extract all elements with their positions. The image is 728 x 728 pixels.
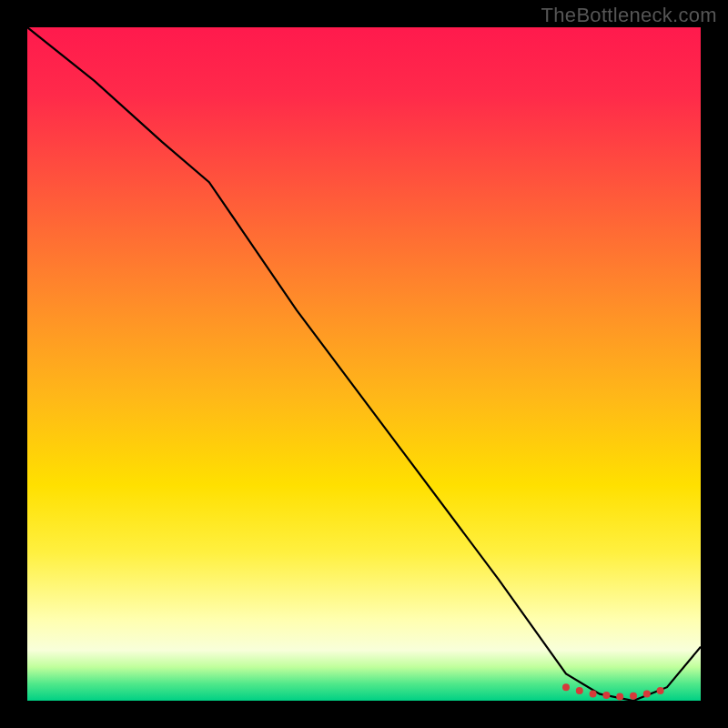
marker-point	[562, 683, 570, 691]
marker-point	[657, 687, 664, 694]
marker-point	[616, 693, 623, 701]
chart-frame: TheBottleneck.com	[0, 0, 728, 728]
watermark-text: TheBottleneck.com	[541, 4, 717, 27]
marker-point	[590, 691, 597, 698]
marker-point	[576, 687, 583, 694]
marker-point	[630, 693, 637, 700]
line-series	[27, 27, 701, 701]
series-line	[27, 27, 701, 701]
marker-point	[643, 691, 651, 698]
marker-point	[602, 692, 610, 699]
series-markers	[562, 683, 664, 700]
plot-area	[27, 27, 701, 701]
